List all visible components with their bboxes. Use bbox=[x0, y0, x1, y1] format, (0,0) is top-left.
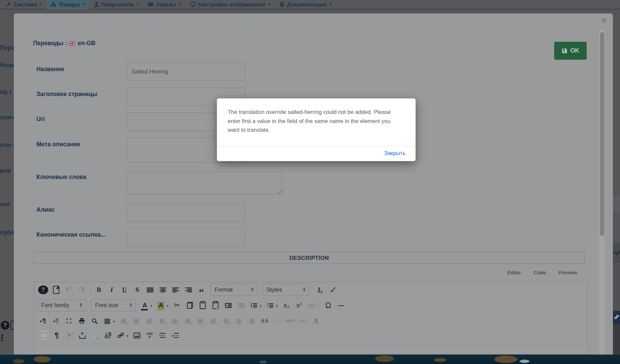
insert-link-caret-icon[interactable] bbox=[126, 332, 130, 338]
table-row-properties-icon[interactable]: ▦ bbox=[131, 316, 141, 326]
insert-table-caret-icon[interactable] bbox=[113, 318, 116, 324]
editor-content-area[interactable] bbox=[34, 344, 587, 354]
insert-column-before-icon[interactable]: ▦ bbox=[195, 316, 205, 326]
indent-icon[interactable] bbox=[223, 300, 233, 310]
screen: Пере Назва од т олич атег рои еги публ ?… bbox=[0, 0, 620, 364]
visible-borders-icon[interactable] bbox=[38, 330, 49, 341]
remove-format-icon[interactable]: Ix bbox=[315, 285, 325, 295]
search-icon[interactable] bbox=[89, 316, 100, 326]
delete-row-icon[interactable]: ▦ bbox=[182, 316, 193, 326]
undo-icon[interactable]: ↶ bbox=[64, 285, 74, 295]
insert-page-break-icon[interactable] bbox=[170, 330, 180, 340]
bold-icon[interactable]: B bbox=[94, 285, 104, 295]
description-section-header[interactable]: DESCRIPTION bbox=[34, 252, 585, 264]
ordered-list-caret-icon[interactable] bbox=[260, 302, 263, 308]
admin-menubar: Система Товары Покупатели Заказы bbox=[0, 0, 620, 9]
delete-table-icon[interactable]: ▦ bbox=[118, 316, 129, 326]
bg-right-row bbox=[613, 263, 620, 311]
insert-template-icon[interactable] bbox=[77, 330, 87, 340]
delete-column-icon[interactable]: ▦ bbox=[221, 316, 231, 326]
keywords-textarea[interactable] bbox=[126, 172, 282, 194]
strikethrough-icon[interactable]: S bbox=[132, 285, 142, 295]
align-justify-icon[interactable] bbox=[145, 285, 155, 295]
abbreviation-icon[interactable]: ABBR bbox=[285, 316, 295, 326]
print-icon[interactable] bbox=[77, 316, 87, 326]
insert-table-icon[interactable]: ▦ bbox=[102, 316, 112, 326]
quotations-icon[interactable]: “...” bbox=[272, 316, 282, 326]
clean-html-brush-icon[interactable] bbox=[328, 285, 338, 295]
text-color-caret-icon[interactable] bbox=[150, 302, 154, 308]
tab-preview[interactable]: Preview bbox=[559, 270, 577, 276]
copy-icon[interactable] bbox=[185, 300, 195, 310]
alias-input[interactable] bbox=[126, 204, 245, 222]
show-paragraph-marks-icon[interactable]: ¶ bbox=[52, 330, 62, 340]
bg-editor-help-icon: ? bbox=[1, 321, 9, 330]
insert-row-after-icon[interactable]: ▦ bbox=[170, 316, 180, 326]
insert-image-icon[interactable] bbox=[132, 330, 142, 340]
visible-paragraphs-icon[interactable]: P bbox=[64, 330, 75, 340]
ok-save-button[interactable]: OK bbox=[554, 42, 587, 60]
change-case-caret-icon[interactable] bbox=[318, 302, 321, 308]
page-break-icon[interactable] bbox=[158, 330, 168, 340]
insert-link-icon[interactable] bbox=[116, 330, 126, 340]
ordered-list-icon[interactable] bbox=[249, 300, 259, 310]
subscript-icon[interactable]: x2 bbox=[281, 300, 291, 310]
background-color-icon[interactable]: A bbox=[156, 300, 166, 310]
blockquote-icon[interactable]: “ bbox=[196, 282, 206, 297]
menu-item-shoppers[interactable]: Покупатели bbox=[89, 0, 143, 9]
canonical-link-input[interactable] bbox=[126, 229, 245, 247]
outdent-icon[interactable] bbox=[236, 300, 246, 310]
menu-item-documentation[interactable]: Документация bbox=[275, 0, 336, 9]
menu-item-products[interactable]: Товары bbox=[46, 0, 89, 9]
help-icon[interactable]: ? bbox=[38, 285, 48, 294]
rtl-paragraph-icon[interactable]: ¶ bbox=[51, 316, 61, 326]
fullscreen-icon[interactable] bbox=[64, 316, 74, 326]
styles-select[interactable]: Styles bbox=[262, 284, 309, 296]
font-size-select[interactable]: Font size bbox=[91, 299, 136, 311]
anchor-icon[interactable]: ⚓ bbox=[90, 330, 100, 340]
redo-icon[interactable]: ↷ bbox=[77, 285, 87, 295]
underline-icon[interactable]: U bbox=[119, 285, 130, 295]
unordered-list-caret-icon[interactable] bbox=[276, 302, 279, 308]
background-color-caret-icon[interactable] bbox=[167, 302, 170, 308]
superscript-icon[interactable]: x2 bbox=[294, 300, 304, 310]
cut-scissors-icon[interactable]: ✂ bbox=[172, 300, 182, 310]
insert-row-before-icon[interactable]: ▦ bbox=[157, 316, 167, 326]
insert-column-after-icon[interactable]: ▦ bbox=[208, 316, 218, 326]
unlink-icon[interactable] bbox=[103, 330, 113, 340]
menu-item-system[interactable]: Система bbox=[1, 0, 46, 9]
font-properties-icon[interactable]: AA bbox=[259, 316, 270, 326]
modal-scrollbar-thumb[interactable] bbox=[600, 32, 604, 236]
paste-icon[interactable] bbox=[198, 300, 208, 310]
spellcheck-icon[interactable]: ABC✓ bbox=[145, 330, 155, 340]
menu-item-orders[interactable]: Заказы bbox=[143, 0, 185, 9]
styled-text-icon[interactable]: A bbox=[311, 316, 321, 326]
menu-item-display-settings[interactable]: Настройки отображения bbox=[186, 0, 275, 9]
paste-as-text-icon[interactable]: T bbox=[210, 300, 221, 310]
italic-icon[interactable]: I bbox=[107, 285, 117, 295]
align-right-icon[interactable] bbox=[184, 285, 194, 295]
font-family-select[interactable]: Font family bbox=[37, 299, 86, 311]
tab-code[interactable]: Code bbox=[534, 270, 546, 276]
special-character-omega-icon[interactable]: Ω bbox=[323, 300, 333, 310]
toolbar-row-1: ? ↶ ↷ B I U S “ Format Styles bbox=[34, 282, 587, 298]
alert-dialog: The translation override salted-herring … bbox=[217, 98, 416, 161]
horizontal-rule-icon[interactable]: — bbox=[336, 300, 346, 310]
format-select[interactable]: Format bbox=[210, 284, 257, 296]
acronym-icon[interactable]: A.B.C bbox=[298, 316, 308, 326]
name-input[interactable] bbox=[126, 63, 245, 81]
new-document-icon[interactable] bbox=[51, 285, 61, 295]
merge-cells-icon[interactable]: ▦ bbox=[247, 316, 257, 326]
table-cell-properties-icon[interactable]: ▦ bbox=[144, 316, 154, 326]
menu-item-label: Настройки отображения bbox=[198, 1, 265, 8]
change-case-icon[interactable]: aA bbox=[307, 300, 317, 310]
alert-close-link[interactable]: Закрыть bbox=[384, 150, 405, 156]
align-left-icon[interactable] bbox=[171, 285, 181, 295]
unordered-list-icon[interactable] bbox=[265, 300, 275, 310]
split-cells-icon[interactable]: ▦ bbox=[234, 316, 244, 326]
ltr-paragraph-icon[interactable]: ¶ bbox=[38, 316, 48, 326]
align-center-icon[interactable] bbox=[158, 285, 168, 295]
tab-editor[interactable]: Editor bbox=[507, 270, 521, 276]
modal-close-icon[interactable]: × bbox=[601, 16, 607, 26]
text-color-icon[interactable]: A bbox=[140, 300, 150, 310]
